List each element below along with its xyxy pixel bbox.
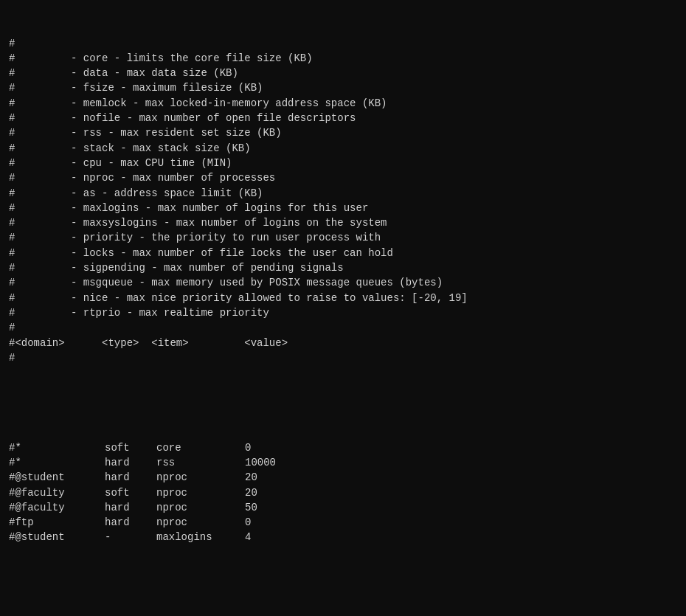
- comment-line: # - stack - max stack size (KB): [9, 141, 677, 156]
- comment-line: # - locks - max number of file locks the…: [9, 246, 677, 260]
- comment-line: # - cpu - max CPU time (MIN): [9, 156, 677, 170]
- example-row: #@facultyhardnproc50: [9, 500, 677, 515]
- example-row: #@student-maxlogins4: [9, 530, 677, 544]
- example-row: #@studenthardnproc20: [9, 470, 677, 485]
- comment-line: # - msgqueue - max memory used by POSIX …: [9, 275, 677, 290]
- comment-line: # - fsize - maximum filesize (KB): [9, 80, 677, 95]
- domain-col: #ftp: [9, 515, 105, 530]
- comment-line: # - memlock - max locked-in-memory addre…: [9, 96, 677, 111]
- comment-line: # - nproc - max number of processes: [9, 170, 677, 185]
- comment-line: # - as - address space limit (KB): [9, 186, 677, 201]
- value-col: 50: [245, 500, 257, 515]
- item-col: rss: [156, 455, 245, 470]
- domain-col: #@student: [9, 530, 105, 544]
- comment-line: #: [9, 350, 677, 365]
- type-col: -: [105, 530, 156, 544]
- comment-line: # - maxlogins - max number of logins for…: [9, 201, 677, 215]
- type-col: soft: [105, 485, 156, 500]
- item-col: maxlogins: [156, 530, 245, 544]
- comment-line: # - rtprio - max realtime priority: [9, 305, 677, 320]
- comment-line: # - priority - the priority to run user …: [9, 230, 677, 245]
- item-col: core: [156, 440, 245, 455]
- type-col: hard: [105, 500, 156, 515]
- item-col: nproc: [156, 485, 245, 500]
- comment-line: # - rss - max resident set size (KB): [9, 125, 677, 140]
- code-content: ## - core - limits the core file size (K…: [9, 6, 677, 616]
- type-col: soft: [105, 440, 156, 455]
- domain-col: #@student: [9, 470, 105, 485]
- comment-line: #: [9, 320, 677, 335]
- comment-line: #<domain> <type> <item> <value>: [9, 336, 677, 350]
- example-row: #ftphardnproc0: [9, 515, 677, 530]
- value-col: 4: [245, 530, 251, 544]
- comment-line: # - core - limits the core file size (KB…: [9, 51, 677, 66]
- comment-line: # - data - max data size (KB): [9, 66, 677, 80]
- value-col: 0: [245, 515, 251, 530]
- domain-col: #@faculty: [9, 485, 105, 500]
- type-col: hard: [105, 455, 156, 470]
- value-col: 0: [245, 440, 251, 455]
- type-col: hard: [105, 470, 156, 485]
- item-col: nproc: [156, 515, 245, 530]
- example-row: #*softcore0: [9, 440, 677, 455]
- item-col: nproc: [156, 500, 245, 515]
- comment-line: # - nice - max nice priority allowed to …: [9, 291, 677, 305]
- comment-line: #: [9, 36, 677, 51]
- value-col: 20: [245, 470, 257, 485]
- domain-col: #@faculty: [9, 500, 105, 515]
- example-row: #@facultysoftnproc20: [9, 485, 677, 500]
- comment-line: # - maxsyslogins - max number of logins …: [9, 215, 677, 230]
- value-col: 20: [245, 485, 257, 500]
- blank-line-1: [9, 395, 677, 410]
- blank-line-2: [9, 575, 677, 589]
- domain-col: #*: [9, 455, 105, 470]
- comment-line: # - nofile - max number of open file des…: [9, 111, 677, 125]
- example-row: #*hardrss10000: [9, 455, 677, 470]
- type-col: hard: [105, 515, 156, 530]
- comment-line: # - sigpending - max number of pending s…: [9, 260, 677, 275]
- item-col: nproc: [156, 470, 245, 485]
- value-col: 10000: [245, 455, 276, 470]
- domain-col: #*: [9, 440, 105, 455]
